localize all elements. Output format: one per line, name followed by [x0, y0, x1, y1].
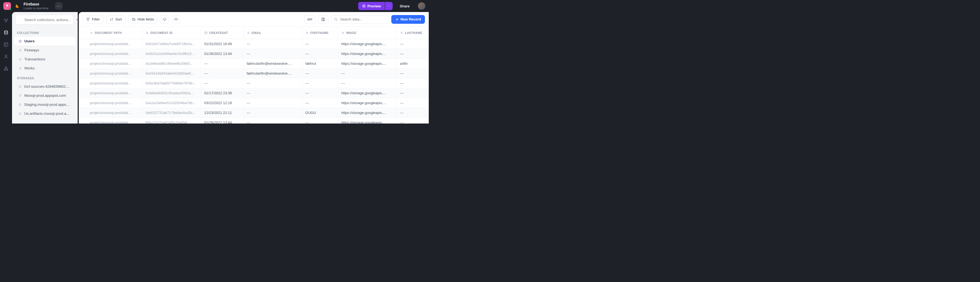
table-cell[interactable]: 0x9dbebb62b19cadac8392a... — [142, 88, 201, 98]
table-cell[interactable]: --- — [243, 117, 302, 124]
sidebar-item-storage[interactable]: Staging.moooji-prod.appspot.c... — [14, 100, 75, 109]
nav-users-icon[interactable] — [3, 54, 9, 60]
table-cell[interactable]: --- — [243, 49, 302, 59]
preview-dropdown[interactable] — [385, 2, 393, 10]
table-row[interactable]: projects/moooji-prod/dat...0x43424e843a8… — [79, 68, 429, 78]
table-cell[interactable]: projects/moooji-prod/dat... — [87, 88, 142, 98]
docs-button[interactable] — [318, 15, 328, 24]
table-cell[interactable]: 0x0b31a1d3d9ae4e15c9fb15... — [142, 49, 201, 59]
sidebar-item-works[interactable]: Works — [14, 64, 75, 73]
table-cell[interactable]: projects/moooji-prod/dat... — [87, 108, 142, 117]
table-row[interactable]: projects/moooji-prod/dat...0x0b31a1d3d9a… — [79, 49, 429, 59]
table-row[interactable]: projects/moooji-prod/dat...BByz7s2ZvKEgl… — [79, 117, 429, 124]
upload-button[interactable] — [172, 15, 180, 24]
table-row[interactable]: projects/moooji-prod/dat...0x010e71b64a7… — [79, 39, 429, 49]
table-cell[interactable]: --- — [396, 108, 429, 117]
table-cell[interactable]: 0xb032732ab7179e8ac4cd2b... — [142, 108, 201, 117]
table-cell[interactable]: --- — [243, 88, 302, 98]
table-cell[interactable]: 0x010e71b64a7cdebf718b2a... — [142, 39, 201, 49]
sidebar-item-users[interactable]: Users — [14, 36, 75, 46]
table-cell[interactable]: projects/moooji-prod/dat... — [87, 59, 142, 68]
table-cell[interactable]: https://storage.googleapis.... — [338, 59, 397, 68]
table-cell[interactable]: --- — [396, 117, 429, 124]
table-cell[interactable]: --- — [396, 49, 429, 59]
app-menu-button[interactable]: ⋯ — [55, 2, 63, 10]
table-cell[interactable]: GUGU — [302, 108, 338, 117]
table-cell[interactable]: --- — [338, 68, 397, 78]
filter-button[interactable]: Filter — [83, 15, 103, 24]
table-cell[interactable]: projects/moooji-prod/dat... — [87, 98, 142, 108]
table-cell[interactable]: fakhrularifin@windowslive.... — [243, 59, 302, 68]
user-avatar[interactable] — [418, 2, 425, 10]
column-header[interactable]: IMAGE — [338, 27, 397, 39]
table-cell[interactable]: https://storage.googleapis.... — [338, 88, 397, 98]
table-cell[interactable]: 0x5e3bd7da8977498de7979e... — [142, 78, 201, 88]
table-cell[interactable]: https://storage.googleapis.... — [338, 98, 397, 108]
sidebar-item-storage[interactable]: Moooji-prod.appspot.com — [14, 91, 75, 100]
column-header[interactable]: FIRSTNAME — [302, 27, 338, 39]
table-row[interactable]: projects/moooji-prod/dat...0xb032732ab71… — [79, 108, 429, 117]
sidebar-item-transactions[interactable]: Transactions — [14, 55, 75, 64]
table-cell[interactable]: --- — [302, 98, 338, 108]
table-cell[interactable]: 01/26/2022 13:44 — [201, 49, 243, 59]
table-cell[interactable]: --- — [243, 78, 302, 88]
table-cell[interactable]: BByz7s2ZvKEglDy7mKB4 — [142, 117, 201, 124]
nav-database-icon[interactable] — [3, 30, 9, 35]
api-button[interactable]: API — [304, 15, 315, 24]
table-cell[interactable]: fakhrularifin@windowslive.... — [243, 68, 302, 78]
table-cell[interactable]: --- — [396, 68, 429, 78]
table-cell[interactable]: https://storage.googleapis.... — [338, 108, 397, 117]
table-cell[interactable]: --- — [396, 88, 429, 98]
table-cell[interactable]: --- — [302, 68, 338, 78]
hide-fields-button[interactable]: Hide fields — [128, 15, 158, 24]
column-header[interactable]: DOCUMENT PATH — [87, 27, 142, 39]
column-header[interactable]: DOCUMENT ID — [142, 27, 201, 39]
table-cell[interactable]: projects/moooji-prod/dat... — [87, 117, 142, 124]
table-cell[interactable]: 01/26/2022 13:44 — [201, 117, 243, 124]
column-header[interactable]: CREATEDAT — [201, 27, 243, 39]
table-cell[interactable]: --- — [201, 78, 243, 88]
table-cell[interactable]: projects/moooji-prod/dat... — [87, 68, 142, 78]
table-cell[interactable]: --- — [201, 59, 243, 68]
table-cell[interactable]: 12/23/2021 22:11 — [201, 108, 243, 117]
table-row[interactable]: projects/moooji-prod/dat...0x5e3bd7da897… — [79, 78, 429, 88]
table-cell[interactable]: projects/moooji-prod/dat... — [87, 78, 142, 88]
table-cell[interactable]: 0xa1a16e6ee51c029346a7db... — [142, 98, 201, 108]
sort-button[interactable]: Sort — [106, 15, 126, 24]
table-cell[interactable]: projects/moooji-prod/dat... — [87, 39, 142, 49]
table-row[interactable]: projects/moooji-prod/dat...0xa1a16e6ee51… — [79, 98, 429, 108]
table-cell[interactable]: --- — [302, 88, 338, 98]
table-cell[interactable]: --- — [396, 78, 429, 88]
table-cell[interactable]: arifin — [396, 59, 429, 68]
table-cell[interactable]: --- — [396, 39, 429, 49]
sidebar-search-input[interactable] — [15, 15, 73, 25]
table-cell[interactable]: --- — [302, 49, 338, 59]
table-cell[interactable]: --- — [302, 39, 338, 49]
table-cell[interactable]: https://storage.googleapis.... — [338, 49, 397, 59]
sidebar-item-storage[interactable]: Us.artifacts.moooji-prod.apps... — [14, 109, 75, 118]
sidebar-collapse-button[interactable] — [75, 15, 78, 25]
table-row[interactable]: projects/moooji-prod/dat...0x2e8edd66146… — [79, 59, 429, 68]
new-record-button[interactable]: New Record — [391, 15, 425, 24]
table-cell[interactable]: --- — [243, 108, 302, 117]
column-header[interactable]: LASTNAME — [396, 27, 429, 39]
nav-layout-icon[interactable] — [3, 41, 9, 48]
table-cell[interactable]: https://storage.googleapis.... — [338, 117, 397, 124]
table-cell[interactable]: 0x2e8edd66146eeefb33843... — [142, 59, 201, 68]
table-cell[interactable]: --- — [302, 117, 338, 124]
download-button[interactable] — [160, 15, 169, 24]
table-cell[interactable]: https://storage.googleapis.... — [338, 39, 397, 49]
nav-connections-icon[interactable] — [3, 17, 9, 24]
table-cell[interactable]: --- — [396, 98, 429, 108]
table-cell[interactable]: --- — [201, 68, 243, 78]
table-cell[interactable]: 03/22/2022 12:18 — [201, 98, 243, 108]
table-cell[interactable]: 01/17/2022 23:39 — [201, 88, 243, 98]
nav-tree-icon[interactable] — [3, 66, 9, 71]
table-cell[interactable]: 0x43424e843a8e402b60ae8... — [142, 68, 201, 78]
preview-button[interactable]: Preview — [358, 2, 385, 10]
sidebar-item-storage[interactable]: Gcf-sources-428463980258-us-... — [14, 82, 75, 91]
table-cell[interactable]: --- — [243, 39, 302, 49]
column-header[interactable]: EMAIL — [243, 27, 302, 39]
table-search-input[interactable] — [331, 15, 388, 24]
table-cell[interactable]: 01/31/2022 18:49 — [201, 39, 243, 49]
